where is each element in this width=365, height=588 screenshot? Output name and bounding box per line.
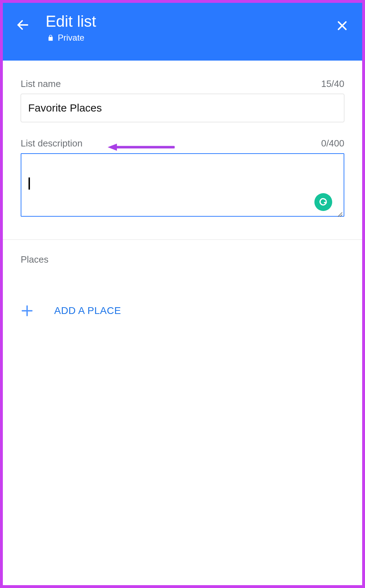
privacy-label: Private <box>58 33 84 43</box>
list-name-label-row: List name 15/40 <box>21 78 344 89</box>
list-description-label-row: List description 0/400 <box>21 138 344 149</box>
plus-icon <box>21 304 34 317</box>
form-content: List name 15/40 List description 0/400 <box>3 61 362 218</box>
lock-icon <box>47 34 54 41</box>
close-icon <box>336 19 349 32</box>
list-name-input[interactable] <box>21 94 344 122</box>
list-description-counter: 0/400 <box>321 138 344 149</box>
header-bar: Edit list Private <box>3 3 362 61</box>
privacy-indicator: Private <box>47 33 96 43</box>
grammarly-icon <box>318 197 329 207</box>
close-button[interactable] <box>334 18 350 33</box>
add-place-label: ADD A PLACE <box>54 305 121 316</box>
add-place-button[interactable]: ADD A PLACE <box>3 265 362 317</box>
list-description-input[interactable] <box>21 153 344 217</box>
text-caret <box>29 177 30 190</box>
svg-marker-4 <box>108 144 117 151</box>
list-name-counter: 15/40 <box>321 78 344 89</box>
back-button[interactable] <box>15 17 31 33</box>
list-description-label: List description <box>21 138 82 149</box>
page-title: Edit list <box>46 13 96 30</box>
annotation-arrow-icon <box>107 143 175 151</box>
arrow-left-icon <box>16 18 30 32</box>
list-description-block: List description 0/400 <box>21 138 344 218</box>
list-name-label: List name <box>21 78 61 89</box>
places-section-label: Places <box>3 240 362 265</box>
